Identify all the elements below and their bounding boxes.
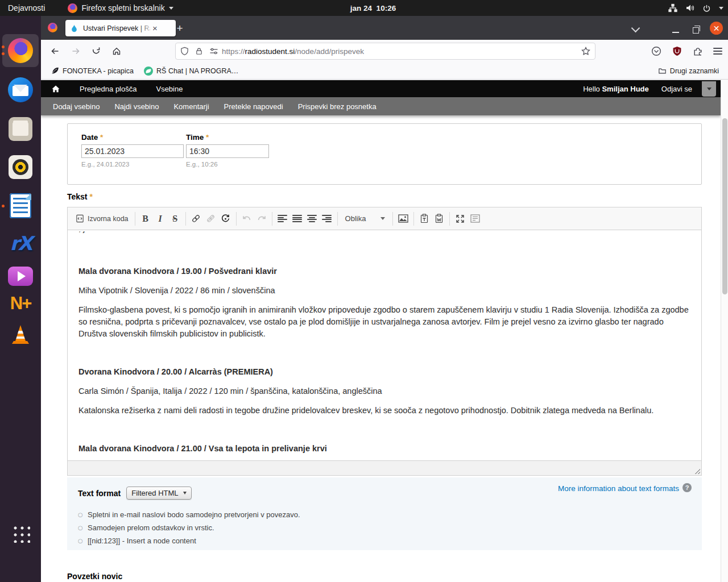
network-icon[interactable] [668,3,677,13]
strikethrough-button[interactable]: S [168,211,183,226]
running-indicator-dot [2,205,5,207]
text-format-select[interactable]: Filtered HTML [126,487,191,500]
tracking-protection-shield-icon[interactable] [180,47,189,56]
align-right-button[interactable] [320,211,334,226]
home-button[interactable] [109,43,125,59]
paste-text-button[interactable] [417,211,432,226]
more-info-link[interactable]: More information about text formats [558,484,679,493]
bookmark-item[interactable]: RŠ Chat | NA PROGRA… [144,66,238,76]
clock[interactable]: jan 24 10:26 [350,4,396,13]
italic-button[interactable]: I [153,211,168,226]
logout-link[interactable]: Odjavi se [661,85,692,93]
admin-home-button[interactable] [51,85,60,93]
activities-button[interactable]: Dejavnosti [0,0,53,16]
system-menu-chevron-icon[interactable] [719,7,723,10]
page-viewport: Pregledna plošča Vsebine Hello Smiljan H… [41,80,721,582]
editor-paragraph: Mala dvorana Kinodvora / 21.00 / Vsa ta … [78,443,690,455]
toolbar-orientation-toggle[interactable] [702,81,716,97]
bold-button[interactable]: B [138,211,153,226]
chevron-down-icon [183,492,187,494]
align-center-button[interactable] [305,211,320,226]
app-menu[interactable]: Firefox spletni brskalnik [68,3,173,13]
menu-hamburger-icon[interactable] [713,48,722,55]
admin-menu-content[interactable]: Vsebine [156,85,183,93]
system-top-bar: Dejavnosti Firefox spletni brskalnik jan… [0,0,728,16]
back-button[interactable] [47,43,63,59]
admin-menu-dashboard[interactable]: Pregledna plošča [80,85,136,93]
image-button[interactable] [396,211,411,226]
firefox-icon [68,3,77,13]
redo-button[interactable] [254,211,269,226]
power-icon[interactable] [702,4,711,13]
page-scrollbar[interactable] [721,80,728,582]
dock-item-vlc[interactable] [8,322,33,347]
url-bar[interactable]: https:// radiostudent.si /node/add/prisp… [175,43,595,60]
lock-icon[interactable] [195,47,203,56]
maximize-button[interactable] [453,211,468,226]
show-blocks-button[interactable] [468,211,482,226]
pocket-icon[interactable] [651,46,661,56]
bookmarks-toolbar: FONOTEKA - picapica RŠ Chat | NA PROGRA…… [41,63,728,80]
scrollbar-thumb[interactable] [722,118,727,294]
filter-tip: Spletni in e-mail naslovi bodo samodejno… [78,511,691,518]
permissions-icon[interactable] [209,47,218,56]
filter-tip: [[nid:123]] - Insert a node content [78,537,691,544]
close-button[interactable]: ✕ [710,22,723,35]
chevron-down-icon [169,7,173,10]
shortcut-posts-without-recording[interactable]: Prispevki brez posnetka [298,102,377,111]
dock-item-media-player[interactable] [8,264,33,289]
ublock-origin-icon[interactable] [672,46,682,56]
anchor-button[interactable] [218,211,233,226]
text-format-section: Text format Filtered HTML More informati… [67,477,702,550]
volume-icon[interactable] [685,3,694,13]
paragraph-format-dropdown[interactable]: Oblika [341,214,390,223]
time-input[interactable] [186,144,269,158]
paste-word-button[interactable] [432,211,446,226]
editor-content-area[interactable]: , j Mala dvorana Kinodvora / 19.00 / Poš… [68,230,701,460]
justify-button[interactable] [290,211,305,226]
reload-button[interactable] [88,43,104,59]
undo-button[interactable] [239,211,254,226]
date-input[interactable] [81,144,184,158]
dock-item-nplus[interactable]: N+ [8,291,33,316]
extensions-puzzle-icon[interactable] [693,47,702,56]
restore-button[interactable] [693,27,699,34]
link-icon [191,214,201,223]
date-label: Date * [81,133,184,142]
help-icon[interactable]: ? [682,483,692,492]
link-button[interactable] [189,211,204,226]
minimize-button[interactable] [672,32,679,33]
shortcut-find-content[interactable]: Najdi vsebino [114,102,159,111]
shortcut-comments[interactable]: Komentarji [173,102,209,111]
dock-item-rx[interactable]: rX [8,231,33,256]
toolbar-separator [337,212,338,226]
undo-icon [242,214,252,223]
shortcut-add-content[interactable]: Dodaj vsebino [53,102,100,111]
tab-bar: Ustvari Prispevek | Radio × + ✕ [41,16,728,40]
resize-handle[interactable] [694,468,700,474]
new-tab-button[interactable]: + [173,22,187,35]
play-icon [8,267,33,286]
files-icon [9,117,32,141]
tab-list-chevron-icon[interactable] [631,24,640,33]
drupal-shortcut-bar: Dodaj vsebino Najdi vsebino Komentarji P… [41,97,721,115]
dock-item-rhythmbox[interactable] [8,155,33,180]
url-domain: radiostudent.si [245,47,295,56]
dock-item-firefox[interactable] [8,38,33,63]
dock-item-files[interactable] [8,117,33,142]
active-tab[interactable]: Ustvari Prispevek | Radio × [65,20,176,36]
tab-title-fade [138,20,153,36]
other-bookmarks-button[interactable]: Drugi zaznamki [658,67,719,75]
bookmark-star-icon[interactable] [581,47,590,56]
shortcut-past-announcements[interactable]: Pretekle napovedi [224,102,283,111]
dock-item-libreoffice-writer[interactable] [8,193,33,218]
source-button[interactable]: Izvorna koda [72,211,132,226]
unlink-button[interactable] [204,211,218,226]
align-left-button[interactable] [275,211,290,226]
filter-tips-list: Spletni in e-mail naslovi bodo samodejno… [78,511,691,544]
forward-button[interactable] [68,43,84,59]
bookmark-item[interactable]: FONOTEKA - picapica [51,66,134,75]
dock-item-thunderbird[interactable] [8,77,33,102]
firefox-view-button[interactable] [48,23,57,32]
show-applications-button[interactable] [8,521,33,546]
